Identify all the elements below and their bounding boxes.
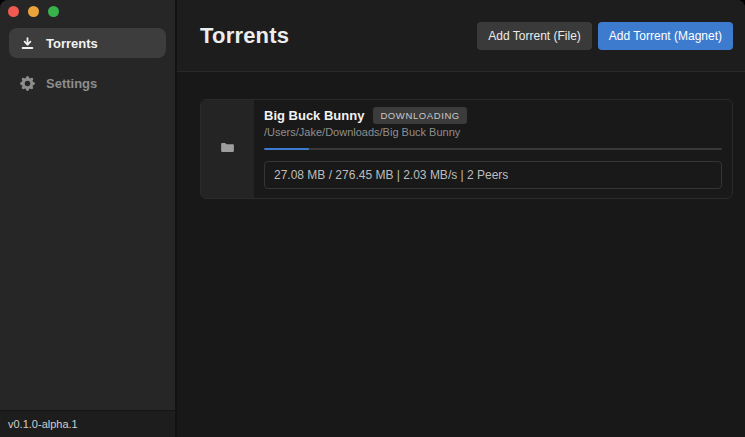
app-window: Torrents Settings v0.1.0-alpha.1 Torrent… (0, 0, 745, 437)
add-torrent-file-button[interactable]: Add Torrent (File) (477, 22, 591, 50)
status-badge: DOWNLOADING (373, 107, 466, 124)
torrent-card-icon-col (201, 100, 254, 198)
progress-bar (264, 148, 722, 150)
sidebar-item-torrents[interactable]: Torrents (9, 28, 166, 58)
download-icon (20, 36, 35, 51)
folder-icon (220, 140, 235, 159)
sidebar: Torrents Settings v0.1.0-alpha.1 (0, 0, 177, 437)
torrent-card[interactable]: Big Buck Bunny DOWNLOADING /Users/Jake/D… (200, 99, 733, 199)
sidebar-item-label: Settings (46, 76, 97, 91)
zoom-window-button[interactable] (48, 6, 59, 17)
sidebar-item-settings[interactable]: Settings (9, 68, 166, 98)
torrent-name: Big Buck Bunny (264, 108, 364, 123)
close-window-button[interactable] (8, 6, 19, 17)
torrent-title-row: Big Buck Bunny DOWNLOADING (264, 107, 722, 124)
gear-icon (20, 76, 35, 91)
sidebar-item-label: Torrents (46, 36, 98, 51)
torrent-save-path: /Users/Jake/Downloads/Big Buck Bunny (264, 126, 722, 138)
add-torrent-magnet-button[interactable]: Add Torrent (Magnet) (598, 22, 733, 50)
app-version-label: v0.1.0-alpha.1 (8, 418, 78, 430)
minimize-window-button[interactable] (28, 6, 39, 17)
torrent-list: Big Buck Bunny DOWNLOADING /Users/Jake/D… (177, 72, 745, 199)
window-controls (0, 0, 175, 22)
page-title: Torrents (200, 23, 289, 49)
torrent-stats: 27.08 MB / 276.45 MB | 2.03 MB/s | 2 Pee… (264, 161, 722, 189)
torrent-card-body: Big Buck Bunny DOWNLOADING /Users/Jake/D… (254, 100, 732, 198)
sidebar-footer: v0.1.0-alpha.1 (0, 410, 175, 437)
sidebar-nav: Torrents Settings (0, 22, 175, 104)
main-panel: Torrents Add Torrent (File) Add Torrent … (177, 0, 745, 437)
main-header: Torrents Add Torrent (File) Add Torrent … (177, 0, 745, 72)
progress-fill (264, 148, 309, 150)
